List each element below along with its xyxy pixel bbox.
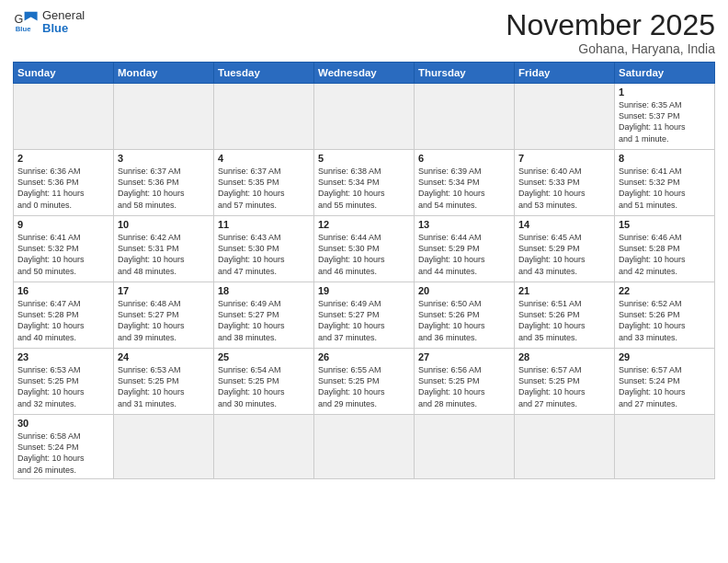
day-cell: 4Sunrise: 6:37 AM Sunset: 5:35 PM Daylig… [214,150,314,216]
day-number: 6 [418,153,510,164]
day-details: Sunrise: 6:44 AM Sunset: 5:30 PM Dayligh… [318,232,410,277]
day-number: 19 [318,285,410,296]
day-details: Sunrise: 6:40 AM Sunset: 5:33 PM Dayligh… [518,166,610,211]
day-cell [214,415,314,479]
day-details: Sunrise: 6:44 AM Sunset: 5:29 PM Dayligh… [418,232,510,277]
day-cell: 12Sunrise: 6:44 AM Sunset: 5:30 PM Dayli… [314,216,415,282]
day-number: 2 [17,153,109,164]
day-cell: 2Sunrise: 6:36 AM Sunset: 5:36 PM Daylig… [14,150,114,216]
day-number: 8 [619,153,711,164]
day-cell: 6Sunrise: 6:39 AM Sunset: 5:34 PM Daylig… [415,150,515,216]
page: G Blue General Blue November 2025 Gohana… [0,0,728,563]
day-details: Sunrise: 6:51 AM Sunset: 5:26 PM Dayligh… [518,298,610,343]
svg-text:Blue: Blue [16,25,31,33]
day-details: Sunrise: 6:52 AM Sunset: 5:26 PM Dayligh… [619,298,711,343]
day-cell: 7Sunrise: 6:40 AM Sunset: 5:33 PM Daylig… [515,150,615,216]
day-details: Sunrise: 6:57 AM Sunset: 5:25 PM Dayligh… [518,364,610,409]
day-cell: 23Sunrise: 6:53 AM Sunset: 5:25 PM Dayli… [14,349,114,415]
day-cell [615,415,715,479]
day-cell [515,84,615,150]
day-details: Sunrise: 6:58 AM Sunset: 5:24 PM Dayligh… [17,431,109,476]
week-row-1: 1Sunrise: 6:35 AM Sunset: 5:37 PM Daylig… [14,84,715,150]
day-number: 15 [619,219,711,230]
day-number: 9 [17,219,109,230]
day-number: 20 [418,285,510,296]
day-number: 17 [118,285,210,296]
day-cell: 5Sunrise: 6:38 AM Sunset: 5:34 PM Daylig… [314,150,415,216]
day-cell: 9Sunrise: 6:41 AM Sunset: 5:32 PM Daylig… [14,216,114,282]
day-cell: 13Sunrise: 6:44 AM Sunset: 5:29 PM Dayli… [415,216,515,282]
month-title: November 2025 [506,9,715,41]
day-details: Sunrise: 6:39 AM Sunset: 5:34 PM Dayligh… [418,166,510,211]
day-cell [114,84,214,150]
day-number: 4 [218,153,310,164]
logo-icon: G Blue [13,9,39,35]
day-cell: 18Sunrise: 6:49 AM Sunset: 5:27 PM Dayli… [214,282,314,349]
day-details: Sunrise: 6:47 AM Sunset: 5:28 PM Dayligh… [17,298,109,343]
day-cell: 11Sunrise: 6:43 AM Sunset: 5:30 PM Dayli… [214,216,314,282]
day-details: Sunrise: 6:46 AM Sunset: 5:28 PM Dayligh… [619,232,711,277]
day-number: 27 [418,351,510,362]
day-cell [14,84,114,150]
day-details: Sunrise: 6:37 AM Sunset: 5:35 PM Dayligh… [218,166,310,211]
day-number: 12 [318,219,410,230]
day-cell [314,84,415,150]
day-details: Sunrise: 6:50 AM Sunset: 5:26 PM Dayligh… [418,298,510,343]
day-cell: 25Sunrise: 6:54 AM Sunset: 5:25 PM Dayli… [214,349,314,415]
logo-blue: Blue [42,22,85,35]
day-number: 26 [318,351,410,362]
day-cell: 21Sunrise: 6:51 AM Sunset: 5:26 PM Dayli… [515,282,615,349]
day-details: Sunrise: 6:55 AM Sunset: 5:25 PM Dayligh… [318,364,410,409]
week-row-4: 16Sunrise: 6:47 AM Sunset: 5:28 PM Dayli… [14,282,715,349]
day-cell: 28Sunrise: 6:57 AM Sunset: 5:25 PM Dayli… [515,349,615,415]
day-details: Sunrise: 6:42 AM Sunset: 5:31 PM Dayligh… [118,232,210,277]
day-details: Sunrise: 6:53 AM Sunset: 5:25 PM Dayligh… [17,364,109,409]
day-cell: 10Sunrise: 6:42 AM Sunset: 5:31 PM Dayli… [114,216,214,282]
day-cell [214,84,314,150]
day-number: 11 [218,219,310,230]
day-number: 29 [619,351,711,362]
day-cell: 15Sunrise: 6:46 AM Sunset: 5:28 PM Dayli… [615,216,715,282]
day-details: Sunrise: 6:56 AM Sunset: 5:25 PM Dayligh… [418,364,510,409]
day-details: Sunrise: 6:45 AM Sunset: 5:29 PM Dayligh… [518,232,610,277]
day-number: 25 [218,351,310,362]
logo-general: General [42,9,85,22]
svg-marker-1 [25,12,38,21]
weekday-header-wednesday: Wednesday [314,63,415,84]
day-cell: 8Sunrise: 6:41 AM Sunset: 5:32 PM Daylig… [615,150,715,216]
week-row-3: 9Sunrise: 6:41 AM Sunset: 5:32 PM Daylig… [14,216,715,282]
day-details: Sunrise: 6:49 AM Sunset: 5:27 PM Dayligh… [218,298,310,343]
day-cell: 16Sunrise: 6:47 AM Sunset: 5:28 PM Dayli… [14,282,114,349]
day-cell: 30Sunrise: 6:58 AM Sunset: 5:24 PM Dayli… [14,415,114,479]
week-row-6: 30Sunrise: 6:58 AM Sunset: 5:24 PM Dayli… [14,415,715,479]
day-cell: 27Sunrise: 6:56 AM Sunset: 5:25 PM Dayli… [415,349,515,415]
weekday-header-saturday: Saturday [615,63,715,84]
day-cell: 26Sunrise: 6:55 AM Sunset: 5:25 PM Dayli… [314,349,415,415]
day-cell: 17Sunrise: 6:48 AM Sunset: 5:27 PM Dayli… [114,282,214,349]
day-cell: 20Sunrise: 6:50 AM Sunset: 5:26 PM Dayli… [415,282,515,349]
day-details: Sunrise: 6:36 AM Sunset: 5:36 PM Dayligh… [17,166,109,211]
day-number: 13 [418,219,510,230]
day-details: Sunrise: 6:41 AM Sunset: 5:32 PM Dayligh… [17,232,109,277]
day-number: 3 [118,153,210,164]
day-number: 24 [118,351,210,362]
day-cell [415,84,515,150]
day-details: Sunrise: 6:53 AM Sunset: 5:25 PM Dayligh… [118,364,210,409]
day-details: Sunrise: 6:48 AM Sunset: 5:27 PM Dayligh… [118,298,210,343]
weekday-header-monday: Monday [114,63,214,84]
week-row-5: 23Sunrise: 6:53 AM Sunset: 5:25 PM Dayli… [14,349,715,415]
day-number: 21 [518,285,610,296]
day-number: 1 [619,86,711,98]
day-number: 7 [518,153,610,164]
day-details: Sunrise: 6:41 AM Sunset: 5:32 PM Dayligh… [619,166,711,211]
week-row-2: 2Sunrise: 6:36 AM Sunset: 5:36 PM Daylig… [14,150,715,216]
weekday-header-row: SundayMondayTuesdayWednesdayThursdayFrid… [14,63,715,84]
weekday-header-thursday: Thursday [415,63,515,84]
day-number: 16 [17,285,109,296]
day-cell: 3Sunrise: 6:37 AM Sunset: 5:36 PM Daylig… [114,150,214,216]
day-cell [515,415,615,479]
day-cell: 24Sunrise: 6:53 AM Sunset: 5:25 PM Dayli… [114,349,214,415]
day-cell: 22Sunrise: 6:52 AM Sunset: 5:26 PM Dayli… [615,282,715,349]
day-cell: 1Sunrise: 6:35 AM Sunset: 5:37 PM Daylig… [615,84,715,150]
title-block: November 2025 Gohana, Haryana, India [506,9,715,56]
